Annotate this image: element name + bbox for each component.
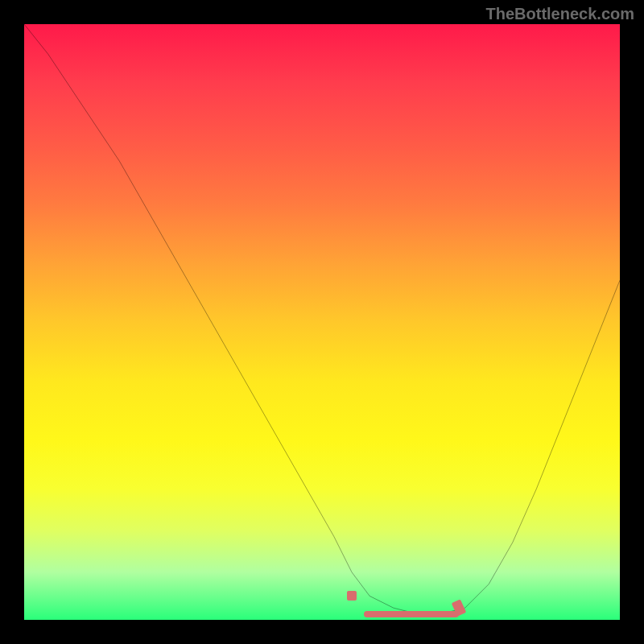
bottleneck-curve — [24, 24, 620, 614]
chart-container: TheBottleneck.com — [0, 0, 644, 644]
curve-svg — [24, 24, 620, 620]
marker-left — [347, 591, 357, 601]
watermark-text: TheBottleneck.com — [486, 5, 634, 23]
plot-area — [24, 24, 620, 620]
flat-band — [364, 611, 459, 617]
